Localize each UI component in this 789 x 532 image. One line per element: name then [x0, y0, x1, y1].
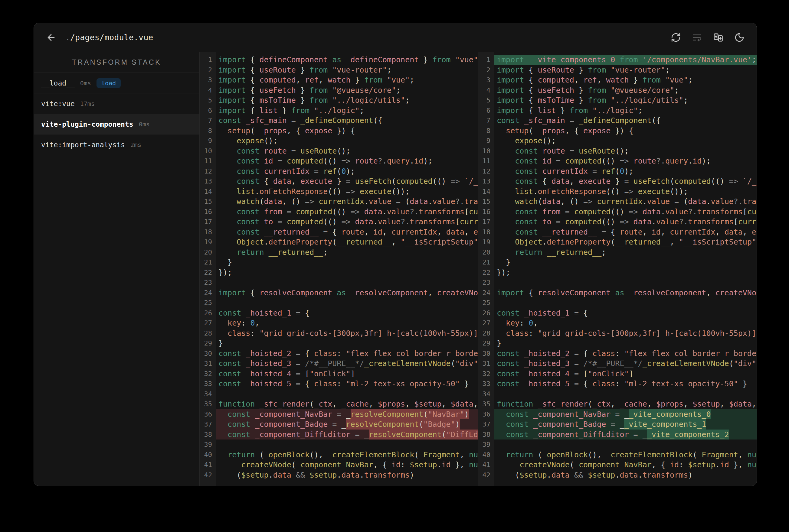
transform-item-vite-plugin-components[interactable]: vite-plugin-components 0ms: [34, 114, 199, 134]
code-text: import { list } from "../logic";: [494, 106, 757, 116]
code-token: ]: [351, 369, 355, 378]
code-token: _defineComponent: [346, 55, 419, 64]
code-token: execute: [300, 177, 332, 186]
code-token: "__isScriptSetup": [401, 238, 478, 246]
side-by-side-diff-button[interactable]: [713, 32, 723, 43]
code-token: data: [634, 217, 652, 226]
code-token: [497, 228, 515, 236]
code-token: (: [683, 197, 688, 206]
code-token: /*#__PURE__*/: [305, 359, 364, 368]
code-text: list.onFetchResponse(() => execute());: [216, 187, 478, 197]
code-token: =: [570, 359, 583, 368]
code-text: key: 0,: [494, 318, 757, 328]
code-token: useFetch: [537, 86, 574, 95]
code-token: data: [410, 197, 428, 206]
theme-toggle-button[interactable]: [734, 32, 745, 43]
code-token: "grid grid-cols-[300px,3fr] h-[calc(100v…: [537, 329, 756, 338]
code-token: }: [460, 379, 469, 388]
line-number: 32: [200, 369, 216, 379]
code-token: ((): [433, 177, 451, 186]
code-token: , (): [561, 197, 583, 206]
code-line: 36 const _component_NavBar = _resolveCom…: [200, 409, 478, 420]
code-token: _resolveComponent: [351, 288, 428, 297]
code-text: const { data, execute } = useFetch(compu…: [494, 176, 757, 187]
code-token: __returned__: [543, 228, 597, 236]
code-token: from: [432, 55, 455, 64]
code-line: 41 _createVNode(_component_NavBar, { id:…: [200, 460, 478, 470]
code-token: _: [620, 420, 624, 429]
code-token: _openBlock: [264, 450, 310, 459]
code-text: [494, 439, 757, 450]
code-token: =: [291, 379, 305, 388]
code-token: {: [332, 228, 341, 236]
line-number: 28: [478, 328, 494, 339]
code-panel-before[interactable]: 1import { defineComponent as _defineComp…: [200, 52, 478, 486]
code-line: 5import { msToTime } from "../logic/util…: [478, 95, 757, 106]
code-token: =>: [341, 217, 355, 226]
code-token: "__isScriptSetup": [679, 238, 756, 246]
code-token: from: [643, 76, 665, 84]
code-token: {: [543, 177, 551, 186]
transform-item-vite-vue[interactable]: vite:vue 17ms: [34, 93, 199, 114]
code-token: const: [237, 177, 264, 186]
code-token: _createElementVNode: [364, 359, 451, 368]
code-token: watch: [606, 76, 629, 84]
code-token: computed: [574, 207, 610, 216]
code-token: ;: [752, 55, 756, 64]
code-token: =>: [624, 187, 638, 196]
code-token: __returned__: [547, 248, 602, 256]
code-token: const: [497, 116, 524, 125]
code-token: "vue": [665, 76, 688, 84]
code-panel-after[interactable]: 1import __vite_components_0 from '/compo…: [478, 52, 757, 486]
code-token: =: [291, 349, 305, 358]
code-token: const: [237, 217, 264, 226]
content: TRANSFORM STACK __load__ 0ms load vite:v…: [34, 52, 757, 486]
code-token: expose: [237, 136, 264, 145]
line-number: 31: [478, 359, 494, 369]
code-token: ,: [364, 228, 373, 236]
line-number: 40: [478, 450, 494, 460]
code-line: 7const _sfc_main = _defineComponent({: [200, 115, 478, 126]
code-token: from: [264, 207, 282, 216]
code-token: :: [529, 329, 537, 338]
diff-changed-token: resolveComponent: [369, 430, 442, 440]
code-token: {: [529, 65, 537, 74]
code-token: ();: [615, 147, 629, 155]
code-token: "@vueuse/core": [610, 86, 674, 95]
code-token: id: [264, 156, 273, 165]
transform-item-vite-import-analysis[interactable]: vite:import-analysis 2ms: [34, 134, 199, 155]
refresh-button[interactable]: [671, 32, 681, 43]
code-token: from: [543, 207, 561, 216]
transform-item-load[interactable]: __load__ 0ms load: [34, 73, 199, 93]
code-token: __returned__: [615, 238, 670, 246]
code-token: computed: [565, 156, 602, 165]
diff-changed-token: resolveComponent: [351, 409, 424, 420]
code-token: [497, 420, 506, 429]
code-token: [218, 228, 237, 236]
code-token: import: [218, 76, 250, 84]
code-token: ,: [647, 400, 656, 408]
code-line: 11 const id = computed(() => route?.quer…: [200, 156, 478, 166]
code-text: return __returned__;: [494, 247, 757, 258]
diff-changed-token: _vite_components_1: [624, 419, 706, 430]
code-token: [497, 136, 515, 145]
code-token: computed: [674, 177, 711, 186]
code-token: .: [437, 460, 442, 469]
code-token: transforms: [410, 217, 455, 226]
code-text: const _hoisted_2 = { class: "flex flex-c…: [494, 348, 757, 359]
code-text: class: "grid grid-cols-[300px,3fr] h-[ca…: [494, 328, 757, 339]
wrap-lines-icon: [692, 32, 702, 43]
wrap-lines-button[interactable]: [692, 32, 702, 43]
code-token: _hoisted_3: [246, 359, 291, 368]
code-text: watch(data, () => currentIdx.value = (da…: [494, 196, 757, 207]
code-text: import { useRoute } from "vue-router";: [494, 65, 757, 75]
code-token: const: [218, 369, 246, 378]
code-token: =>: [451, 177, 464, 186]
code-token: [: [305, 369, 310, 378]
code-line: 16 const from = computed(() => data.valu…: [478, 207, 757, 217]
code-token: data: [620, 471, 638, 479]
code-token: ((): [602, 156, 620, 165]
code-token: expose: [583, 126, 610, 135]
code-token: , {: [565, 126, 583, 135]
back-button[interactable]: [46, 32, 56, 43]
